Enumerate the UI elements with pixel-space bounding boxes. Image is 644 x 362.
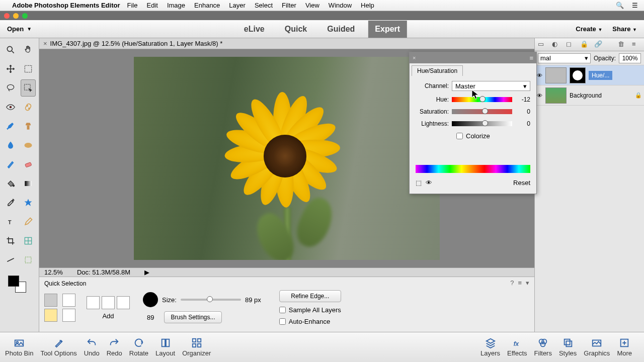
- panel-menu-icon[interactable]: ≡: [529, 54, 533, 62]
- menu-window[interactable]: Window: [329, 2, 352, 9]
- auto-enhance-checkbox[interactable]: Auto-Enhance: [279, 318, 341, 325]
- status-arrow-icon[interactable]: ▶: [144, 268, 149, 276]
- select-new-icon[interactable]: [44, 294, 57, 307]
- close-window-icon[interactable]: [4, 13, 10, 19]
- saturation-value[interactable]: 0: [515, 108, 530, 115]
- lightness-slider[interactable]: [452, 121, 512, 126]
- mode-new-icon[interactable]: [87, 296, 100, 309]
- gradient-tool-icon[interactable]: [21, 175, 36, 192]
- visibility-icon[interactable]: 👁: [537, 72, 542, 78]
- open-button[interactable]: Open▼: [7, 25, 32, 33]
- channel-select[interactable]: Master▾: [452, 81, 530, 91]
- zoom-tool-icon[interactable]: [3, 41, 19, 58]
- recompose-tool-icon[interactable]: [21, 232, 36, 249]
- bucket-tool-icon[interactable]: [3, 175, 19, 192]
- pencil-tool-icon[interactable]: [21, 213, 36, 230]
- eraser-tool-icon[interactable]: [21, 156, 36, 173]
- sponge-tool-icon[interactable]: [21, 137, 36, 154]
- brush-tool-icon[interactable]: [3, 156, 19, 173]
- sample-all-checkbox[interactable]: Sample All Layers: [279, 306, 341, 314]
- color-swatch[interactable]: [3, 275, 36, 295]
- layer-hue-sat[interactable]: 👁 Hue/...: [535, 65, 644, 85]
- quick-select-tool-icon[interactable]: [21, 79, 36, 97]
- spotlight-icon[interactable]: 🔍: [616, 2, 624, 9]
- mode-elive[interactable]: eLive: [244, 25, 265, 34]
- more-button[interactable]: More: [617, 337, 632, 357]
- trash-icon[interactable]: 🗑: [618, 40, 627, 49]
- mode-guided[interactable]: Guided: [327, 25, 355, 34]
- minimize-window-icon[interactable]: [13, 13, 19, 19]
- lock-icon[interactable]: 🔒: [580, 40, 589, 49]
- preview-icon[interactable]: 👁: [426, 179, 432, 187]
- hand-tool-icon[interactable]: [21, 41, 36, 58]
- mode-add-icon[interactable]: [102, 296, 115, 309]
- menu-file[interactable]: File: [127, 2, 138, 9]
- straighten-tool-icon[interactable]: [3, 251, 19, 268]
- styles-button[interactable]: Styles: [559, 337, 577, 357]
- blur-tool-icon[interactable]: [3, 137, 19, 154]
- shape-tool-icon[interactable]: [21, 194, 36, 211]
- menu-enhance[interactable]: Enhance: [194, 2, 220, 9]
- help-icon[interactable]: ?: [510, 279, 514, 287]
- menu-layer[interactable]: Layer: [229, 2, 246, 9]
- rotate-button[interactable]: Rotate: [129, 337, 148, 357]
- menu-filter[interactable]: Filter: [282, 2, 296, 9]
- text-tool-icon[interactable]: T: [3, 213, 19, 230]
- marquee-tool-icon[interactable]: [21, 60, 36, 77]
- layout-button[interactable]: Layout: [155, 337, 175, 357]
- mode-subtract-icon[interactable]: [117, 296, 130, 309]
- menu-icon[interactable]: ☰: [632, 2, 638, 9]
- crop-tool-icon[interactable]: [3, 232, 19, 249]
- tool-options-button[interactable]: Tool Options: [40, 337, 76, 357]
- menu-select[interactable]: Select: [255, 2, 273, 9]
- document-tab[interactable]: × IMG_4307.jpg @ 12.5% (Hue/Saturation 1…: [39, 38, 534, 49]
- panel-close-icon[interactable]: ×: [413, 55, 416, 61]
- menu-help[interactable]: Help: [361, 2, 374, 9]
- healing-tool-icon[interactable]: [21, 99, 36, 116]
- filters-button[interactable]: Filters: [534, 337, 552, 357]
- saturation-slider[interactable]: [452, 109, 512, 114]
- panel-menu-icon[interactable]: ≡: [632, 40, 641, 49]
- mask-icon[interactable]: ◻: [566, 40, 575, 49]
- menu-image[interactable]: Image: [167, 2, 185, 9]
- photo-bin-button[interactable]: Photo Bin: [5, 337, 33, 357]
- lightness-value[interactable]: 0: [515, 120, 530, 127]
- options-menu-icon[interactable]: ≡: [518, 279, 522, 287]
- layers-button[interactable]: Layers: [480, 337, 500, 357]
- organizer-button[interactable]: Organizer: [182, 337, 211, 357]
- layer-mask-icon[interactable]: [570, 67, 586, 83]
- lasso-tool-icon[interactable]: [3, 79, 19, 97]
- menu-view[interactable]: View: [305, 2, 319, 9]
- opacity-input[interactable]: 100%: [619, 53, 641, 63]
- graphics-button[interactable]: Graphics: [584, 337, 610, 357]
- hue-value[interactable]: -12: [515, 96, 530, 103]
- mode-quick[interactable]: Quick: [285, 25, 307, 34]
- colorize-checkbox[interactable]: Colorize: [456, 132, 490, 140]
- size-num[interactable]: 89: [147, 314, 154, 321]
- move-tool-icon[interactable]: [3, 60, 19, 77]
- collapse-icon[interactable]: ▾: [526, 279, 529, 287]
- clone-tool-icon[interactable]: [21, 118, 36, 135]
- brush-settings-button[interactable]: Brush Settings...: [164, 311, 221, 323]
- menu-edit[interactable]: Edit: [146, 2, 157, 9]
- create-button[interactable]: Create ▼: [576, 25, 602, 33]
- mode-expert[interactable]: Expert: [368, 21, 407, 38]
- redeye-tool-icon[interactable]: [3, 99, 19, 116]
- new-layer-icon[interactable]: ▭: [538, 40, 547, 49]
- close-tab-icon[interactable]: ×: [43, 40, 47, 47]
- hue-slider[interactable]: [452, 97, 512, 102]
- select-magic-icon[interactable]: [44, 309, 57, 322]
- layer-background[interactable]: 👁 Background 🔒: [535, 85, 644, 106]
- share-button[interactable]: Share ▼: [612, 25, 637, 33]
- brush-preview-icon[interactable]: [143, 292, 158, 307]
- select-brush-icon[interactable]: [62, 294, 75, 307]
- eyedropper-tool-icon[interactable]: [3, 194, 19, 211]
- refine-edge-button[interactable]: Refine Edge...: [279, 290, 341, 302]
- link-icon[interactable]: 🔗: [594, 40, 603, 49]
- clip-icon[interactable]: ⬚: [416, 179, 422, 187]
- smartbrush-tool-icon[interactable]: [3, 118, 19, 135]
- visibility-icon[interactable]: 👁: [537, 93, 542, 99]
- redo-button[interactable]: Redo: [107, 337, 122, 357]
- adjustment-icon[interactable]: ◐: [552, 40, 561, 49]
- reset-button[interactable]: Reset: [513, 179, 530, 187]
